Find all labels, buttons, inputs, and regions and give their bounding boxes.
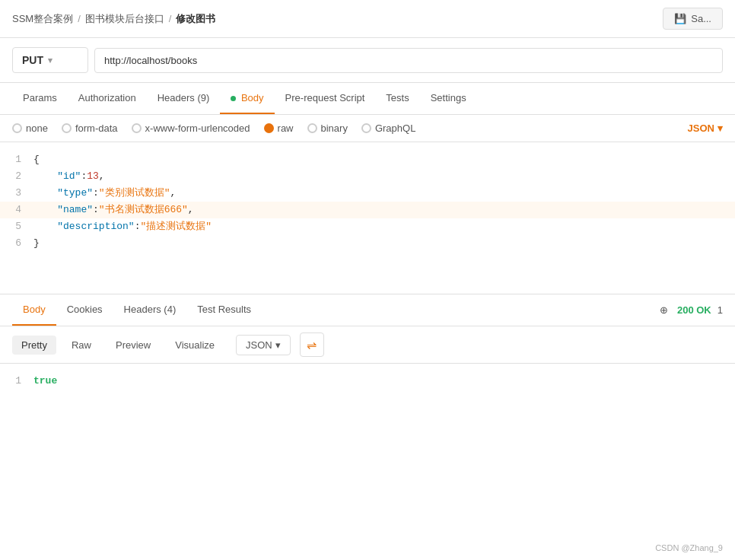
response-format-dropdown[interactable]: JSON ▾ — [236, 335, 291, 355]
response-line-1: 1 true — [6, 373, 729, 390]
response-tab-cookies[interactable]: Cookies — [56, 294, 113, 326]
body-type-bar: none form-data x-www-form-urlencoded raw… — [0, 115, 735, 142]
response-tab-bar: Body Cookies Headers (4) Test Results ⊕ … — [0, 294, 735, 326]
body-type-binary[interactable]: binary — [307, 123, 348, 134]
url-input[interactable] — [94, 48, 723, 73]
tab-headers[interactable]: Headers (9) — [147, 83, 221, 114]
breadcrumb: SSM整合案例 / 图书模块后台接口 / 修改图书 — [12, 12, 215, 26]
status-code: 200 OK — [677, 304, 711, 316]
request-tab-bar: Params Authorization Headers (9) Body Pr… — [0, 83, 735, 115]
tab-params[interactable]: Params — [12, 83, 68, 114]
body-dot-indicator — [231, 96, 236, 101]
body-type-none[interactable]: none — [12, 123, 48, 134]
url-bar: PUT ▾ — [0, 38, 735, 83]
radio-graphql — [361, 123, 371, 133]
body-type-graphql[interactable]: GraphQL — [361, 123, 415, 134]
code-line-2: 2 "id":13, — [0, 168, 735, 185]
tab-pre-request[interactable]: Pre-request Script — [275, 83, 376, 114]
raw-button[interactable]: Raw — [62, 336, 100, 355]
chevron-down-icon: ▾ — [275, 339, 281, 351]
response-tab-test-results[interactable]: Test Results — [186, 294, 262, 326]
tab-tests[interactable]: Tests — [375, 83, 419, 114]
code-line-5: 5 "description":"描述测试数据" — [0, 218, 735, 235]
response-time: 1 — [718, 304, 723, 316]
radio-urlencoded — [132, 123, 142, 133]
code-line-4: 4 "name":"书名测试数据666", — [0, 202, 735, 218]
radio-none — [12, 123, 22, 133]
save-button[interactable]: 💾 Sa... — [663, 8, 723, 30]
method-label: PUT — [22, 54, 43, 66]
visualize-button[interactable]: Visualize — [166, 336, 224, 355]
globe-icon: ⊕ — [657, 304, 671, 317]
breadcrumb-sep-1: / — [78, 13, 81, 24]
radio-raw — [264, 123, 274, 133]
response-tab-headers[interactable]: Headers (4) — [113, 294, 187, 326]
method-dropdown[interactable]: PUT ▾ — [12, 47, 88, 73]
body-type-urlencoded[interactable]: x-www-form-urlencoded — [132, 123, 250, 134]
breadcrumb-item-2[interactable]: 图书模块后台接口 — [85, 12, 164, 26]
tab-settings[interactable]: Settings — [420, 83, 477, 114]
tab-authorization[interactable]: Authorization — [68, 83, 147, 114]
wrap-button[interactable]: ⇌ — [300, 332, 324, 357]
breadcrumb-sep-2: / — [169, 13, 172, 24]
preview-button[interactable]: Preview — [107, 336, 160, 355]
response-status: ⊕ 200 OK 1 — [657, 304, 723, 317]
format-dropdown[interactable]: JSON ▾ — [688, 123, 723, 134]
response-format-bar: Pretty Raw Preview Visualize JSON ▾ ⇌ — [0, 326, 735, 364]
wrap-icon: ⇌ — [307, 338, 317, 352]
response-tab-body[interactable]: Body — [12, 294, 56, 326]
radio-form-data — [62, 123, 72, 133]
radio-binary — [307, 123, 317, 133]
save-icon: 💾 — [674, 13, 686, 24]
chevron-down-icon: ▾ — [718, 123, 723, 134]
body-type-form-data[interactable]: form-data — [62, 123, 118, 134]
code-line-1: 1 { — [0, 151, 735, 168]
response-section: Body Cookies Headers (4) Test Results ⊕ … — [0, 294, 735, 399]
breadcrumb-item-3: 修改图书 — [176, 12, 215, 26]
code-line-3: 3 "type":"类别测试数据", — [0, 185, 735, 202]
top-bar: SSM整合案例 / 图书模块后台接口 / 修改图书 💾 Sa... — [0, 0, 735, 38]
body-type-raw[interactable]: raw — [264, 123, 294, 134]
code-editor[interactable]: 1 { 2 "id":13, 3 "type":"类别测试数据", 4 "nam… — [0, 142, 735, 294]
code-line-6: 6 } — [0, 235, 735, 252]
pretty-button[interactable]: Pretty — [12, 336, 56, 355]
response-code: 1 true — [0, 364, 735, 399]
chevron-down-icon: ▾ — [48, 56, 52, 65]
tab-body[interactable]: Body — [220, 83, 274, 114]
breadcrumb-item-1[interactable]: SSM整合案例 — [12, 12, 73, 26]
